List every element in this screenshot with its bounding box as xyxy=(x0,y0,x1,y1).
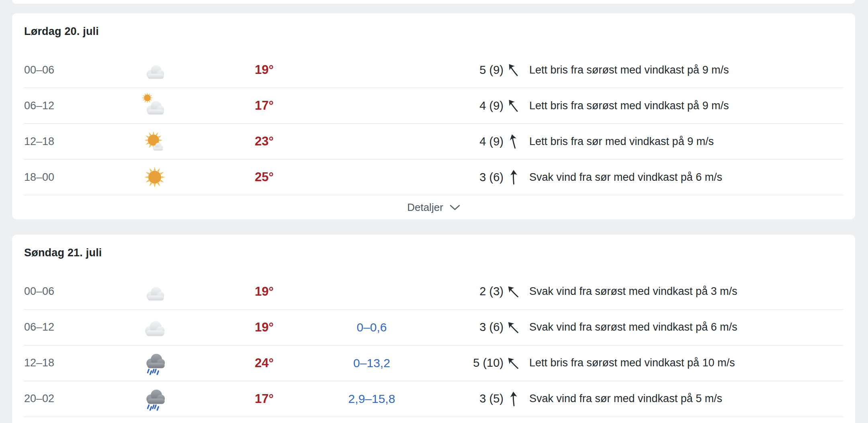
wind-speed-value: 3 (6) xyxy=(440,171,504,184)
forecast-row: 00–06 19° 5 (9) Lett bris fra sørøst med… xyxy=(24,52,843,88)
wind-speed-value: 4 (9) xyxy=(440,135,504,148)
temperature-value: 25° xyxy=(225,170,303,184)
forecast-row: 18–00 25° 3 (6) Svak vind fra sør med vi… xyxy=(24,159,843,195)
wind-direction-arrow-icon xyxy=(504,282,523,301)
forecast-row: 12–18 23° 4 (9) Lett bris fra sør med vi… xyxy=(24,123,843,159)
precipitation-value: 2,9–15,8 xyxy=(303,392,440,406)
chevron-down-icon xyxy=(450,204,460,210)
details-toggle-button[interactable]: Detaljer xyxy=(24,417,843,423)
wind-speed-value: 3 (6) xyxy=(440,321,504,334)
precipitation-value: 0–13,2 xyxy=(303,356,440,370)
wind-direction-arrow-icon xyxy=(504,61,522,80)
wind-direction-arrow-icon xyxy=(504,354,523,373)
day-card-saturday: Lørdag 20. juli 00–06 19° 5 (9) Lett bri… xyxy=(12,13,855,219)
wind-speed-value: 3 (5) xyxy=(440,392,504,405)
wind-description: Svak vind fra sørøst med vindkast på 6 m… xyxy=(524,321,843,333)
wind-speed-value: 4 (9) xyxy=(440,99,504,112)
rain-icon xyxy=(141,386,168,412)
forecast-row: 06–12 19° 0–0,6 3 (6) Svak vind fra sørø… xyxy=(24,309,843,345)
forecast-row: 20–02 17° 2,9–15,8 3 (5) Svak vind fra s… xyxy=(24,381,843,417)
wind-direction-arrow-icon xyxy=(507,391,520,407)
time-range-label: 12–18 xyxy=(24,357,84,369)
forecast-rows: 00–06 19° 2 (3) Svak vind fra sørøst med… xyxy=(12,274,855,417)
temperature-value: 19° xyxy=(225,63,303,77)
wind-direction-arrow-icon xyxy=(506,133,521,150)
temperature-value: 17° xyxy=(225,392,303,406)
partly-cloudy-day-icon xyxy=(141,92,168,119)
partly-cloudy-night-icon xyxy=(141,278,168,305)
time-range-label: 00–06 xyxy=(24,64,84,76)
temperature-value: 17° xyxy=(225,98,303,113)
time-range-label: 12–18 xyxy=(24,135,84,148)
details-toggle-button[interactable]: Detaljer xyxy=(24,195,843,219)
wind-speed-value: 2 (3) xyxy=(440,285,504,298)
forecast-row: 12–18 24° 0–13,2 5 (10) Lett bris fra sø… xyxy=(24,345,843,381)
time-range-label: 20–02 xyxy=(24,392,84,405)
wind-speed-value: 5 (9) xyxy=(440,63,504,77)
wind-direction-arrow-icon xyxy=(508,170,520,185)
day-card-title: Lørdag 20. juli xyxy=(12,13,855,43)
clear-day-icon xyxy=(141,164,168,190)
wind-direction-arrow-icon xyxy=(504,96,522,116)
forecast-rows: 00–06 19° 5 (9) Lett bris fra sørøst med… xyxy=(12,52,855,195)
time-range-label: 06–12 xyxy=(24,100,84,112)
temperature-value: 24° xyxy=(225,356,303,370)
details-label: Detaljer xyxy=(407,201,443,214)
fair-day-icon xyxy=(141,128,168,155)
forecast-row: 00–06 19° 2 (3) Svak vind fra sørøst med… xyxy=(24,274,843,309)
precipitation-value: 0–0,6 xyxy=(303,321,440,334)
time-range-label: 06–12 xyxy=(24,321,84,333)
wind-description: Svak vind fra sør med vindkast på 6 m/s xyxy=(524,171,843,184)
partly-cloudy-night-icon xyxy=(141,57,168,83)
time-range-label: 00–06 xyxy=(24,285,84,298)
cloudy-icon xyxy=(141,314,168,341)
time-range-label: 18–00 xyxy=(24,171,84,184)
wind-description: Lett bris fra sørøst med vindkast på 10 … xyxy=(524,357,843,369)
temperature-value: 19° xyxy=(225,320,303,335)
wind-description: Lett bris fra sør med vindkast på 9 m/s xyxy=(524,135,843,148)
day-card-sunday: Søndag 21. juli 00–06 19° 2 (3) Svak vin… xyxy=(12,235,855,423)
wind-description: Svak vind fra sørøst med vindkast på 3 m… xyxy=(524,285,843,298)
wind-description: Lett bris fra sørøst med vindkast på 9 m… xyxy=(524,100,843,112)
temperature-value: 23° xyxy=(225,134,303,149)
day-card-title: Søndag 21. juli xyxy=(12,235,855,265)
wind-description: Svak vind fra sør med vindkast på 5 m/s xyxy=(524,392,843,405)
weather-forecast-list: Lørdag 20. juli 00–06 19° 5 (9) Lett bri… xyxy=(0,0,868,423)
forecast-row: 06–12 17° 4 (9) Lett bris fra sørøst med… xyxy=(24,88,843,123)
rain-icon xyxy=(141,350,168,376)
wind-description: Lett bris fra sørøst med vindkast på 9 m… xyxy=(524,64,843,76)
wind-speed-value: 5 (10) xyxy=(440,356,504,370)
temperature-value: 19° xyxy=(225,284,303,299)
wind-direction-arrow-icon xyxy=(504,318,523,337)
previous-day-card-bottom xyxy=(12,0,855,4)
